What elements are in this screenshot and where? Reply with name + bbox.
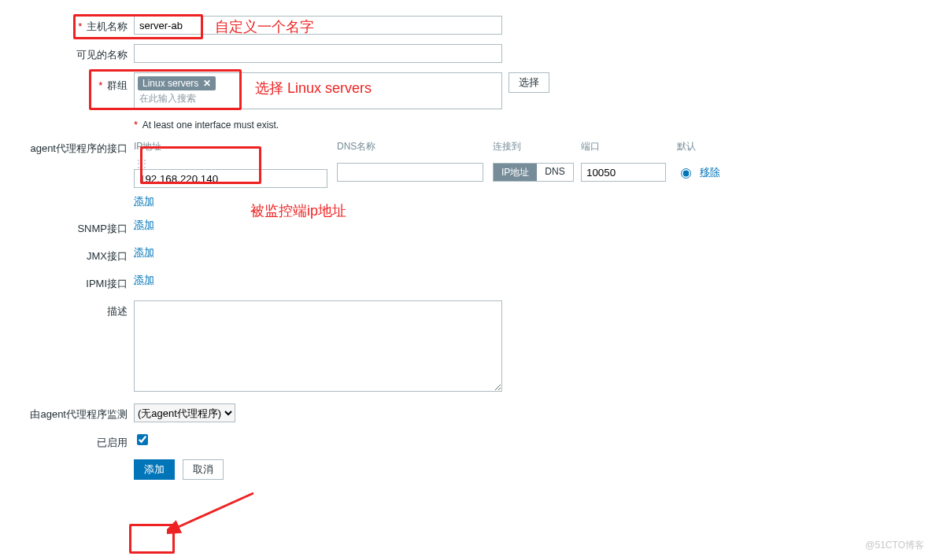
- select-groups-button[interactable]: 选择: [509, 72, 549, 93]
- add-jmx-iface-link[interactable]: 添加: [134, 246, 154, 258]
- svg-line-0: [175, 493, 253, 529]
- agent-dns-input[interactable]: [337, 163, 483, 182]
- enabled-checkbox[interactable]: [137, 434, 148, 445]
- label-visible-name: 可见的名称: [0, 44, 134, 62]
- anno-arrow: [167, 489, 261, 536]
- watermark: @51CTO博客: [865, 539, 924, 552]
- label-text: SNMP接口: [77, 223, 128, 234]
- row-enabled: 已启用: [0, 432, 932, 450]
- agent-ip-input[interactable]: [134, 169, 327, 188]
- add-snmp-iface-link[interactable]: 添加: [134, 219, 154, 230]
- label-jmx: JMX接口: [0, 245, 134, 263]
- label-groups: * 群组: [0, 72, 134, 93]
- label-text: 由agent代理程序监测: [30, 408, 128, 420]
- row-note: * At least one interface must exist.: [0, 119, 932, 131]
- label-text: 主机名称: [87, 20, 128, 32]
- row-description: 描述: [0, 300, 932, 394]
- required-mark: *: [78, 20, 82, 32]
- remove-iface-link[interactable]: 移除: [700, 165, 720, 179]
- label-text: agent代理程序的接口: [30, 142, 128, 154]
- label-text: 群组: [107, 79, 128, 91]
- anno-box-add-btn: [129, 524, 175, 554]
- label-snmp: SNMP接口: [0, 218, 134, 236]
- agent-iface-row: IP地址 DNS 移除: [134, 157, 749, 188]
- label-host-name: * 主机名称: [0, 16, 134, 34]
- row-groups: * 群组 Linux servers ✕ 在此输入搜索 选择: [0, 72, 932, 109]
- label-text: 已启用: [97, 437, 128, 448]
- groups-multiselect[interactable]: Linux servers ✕ 在此输入搜索: [134, 72, 502, 109]
- hdr-default: 默认: [677, 140, 749, 153]
- drag-handle-icon[interactable]: [134, 157, 139, 169]
- connect-to-segment[interactable]: IP地址 DNS: [493, 163, 574, 182]
- visible-name-input[interactable]: [134, 44, 502, 63]
- hdr-port: 端口: [581, 140, 677, 153]
- host-form: * 主机名称 可见的名称 * 群组 Linux servers ✕ 在此输入搜: [0, 0, 932, 480]
- label-text: JMX接口: [87, 250, 128, 262]
- label-text: 描述: [107, 305, 128, 317]
- label-agent-iface: agent代理程序的接口: [0, 140, 134, 156]
- proxy-select[interactable]: (无agent代理程序): [134, 403, 235, 422]
- default-iface-radio[interactable]: [681, 168, 691, 179]
- required-mark: *: [98, 79, 102, 91]
- host-name-input[interactable]: [134, 16, 502, 35]
- hdr-ip: IP地址: [134, 140, 337, 153]
- iface-headers: IP地址 DNS名称 连接到 端口 默认: [134, 140, 749, 157]
- row-actions: 添加 取消: [0, 459, 932, 480]
- hdr-dns: DNS名称: [337, 140, 493, 153]
- seg-ip[interactable]: IP地址: [494, 164, 537, 181]
- group-tag-linux-servers[interactable]: Linux servers ✕: [138, 76, 216, 90]
- label-ipmi: IPMI接口: [0, 273, 134, 291]
- label-proxy: 由agent代理程序监测: [0, 403, 134, 422]
- remove-tag-icon[interactable]: ✕: [203, 78, 211, 89]
- hdr-connect: 连接到: [493, 140, 581, 153]
- label-enabled: 已启用: [0, 432, 134, 450]
- row-host-name: * 主机名称: [0, 16, 932, 35]
- seg-dns[interactable]: DNS: [537, 164, 572, 181]
- label-description: 描述: [0, 300, 134, 319]
- row-jmx-iface: JMX接口 添加: [0, 245, 932, 263]
- groups-search-placeholder: 在此输入搜索: [138, 90, 498, 105]
- row-proxy: 由agent代理程序监测 (无agent代理程序): [0, 403, 932, 422]
- label-text: 可见的名称: [76, 49, 128, 61]
- tag-label: Linux servers: [142, 78, 198, 89]
- interface-note: At least one interface must exist.: [142, 120, 279, 131]
- required-mark: *: [134, 119, 138, 131]
- add-ipmi-iface-link[interactable]: 添加: [134, 274, 154, 286]
- row-snmp-iface: SNMP接口 添加: [0, 218, 932, 236]
- label-text: IPMI接口: [86, 278, 128, 289]
- description-textarea[interactable]: [134, 300, 502, 392]
- agent-port-input[interactable]: [581, 163, 666, 182]
- row-visible-name: 可见的名称: [0, 44, 932, 63]
- row-agent-iface: agent代理程序的接口 IP地址 DNS名称 连接到 端口 默认: [0, 140, 932, 208]
- add-button[interactable]: 添加: [134, 459, 175, 480]
- row-ipmi-iface: IPMI接口 添加: [0, 273, 932, 291]
- cancel-button[interactable]: 取消: [183, 459, 224, 480]
- add-agent-iface-link[interactable]: 添加: [134, 195, 154, 207]
